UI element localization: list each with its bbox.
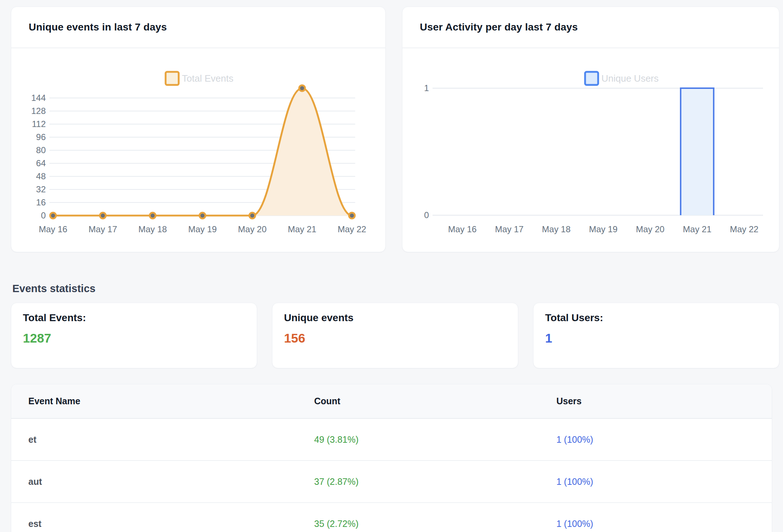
stat-label: Unique events: [284, 311, 507, 325]
data-point-marker[interactable]: [150, 213, 155, 218]
y-tick-label: 144: [31, 93, 46, 103]
unique-users-bar-chart[interactable]: 01May 16May 17May 18May 19May 20May 21Ma…: [402, 68, 779, 241]
chart-legend[interactable]: Unique Users: [585, 72, 659, 85]
event-name-cell: et: [11, 418, 297, 461]
x-tick-label: May 22: [338, 224, 366, 234]
table-header-row: Event NameCountUsers: [11, 384, 772, 418]
data-point-marker[interactable]: [200, 213, 206, 218]
stat-card-total-users: Total Users: 1: [533, 303, 779, 368]
x-tick-label: May 21: [288, 224, 316, 234]
stat-card-unique-events: Unique events 156: [272, 303, 518, 368]
y-tick-label: 80: [36, 145, 46, 155]
column-header-event-name: Event Name: [11, 384, 297, 418]
events-table: Event NameCountUsers et49 (3.81%)1 (100%…: [11, 384, 772, 532]
y-tick-label: 96: [36, 132, 46, 142]
chart-legend[interactable]: Total Events: [166, 72, 234, 85]
stat-label: Total Events:: [23, 311, 246, 325]
column-header-count: Count: [297, 384, 539, 418]
y-tick-label: 1: [424, 83, 429, 93]
area-fill: [53, 88, 352, 216]
unique-events-chart-title: Unique events in last 7 days: [11, 7, 385, 48]
x-tick-label: May 19: [188, 224, 217, 234]
count-cell: 37 (2.87%): [297, 461, 539, 503]
x-tick-label: May 22: [730, 224, 759, 234]
event-name-cell: aut: [11, 461, 297, 503]
data-point-marker[interactable]: [249, 213, 255, 218]
total-events-line-chart[interactable]: 0163248648096112128144May 16May 17May 18…: [11, 68, 385, 241]
data-point-marker[interactable]: [50, 213, 56, 218]
y-tick-label: 112: [32, 119, 46, 129]
y-tick-label: 0: [41, 210, 46, 220]
charts-row: Unique events in last 7 days 01632486480…: [11, 7, 772, 252]
events-table-card: Event NameCountUsers et49 (3.81%)1 (100%…: [11, 384, 772, 532]
table-row: aut37 (2.87%)1 (100%): [11, 461, 772, 503]
analytics-dashboard-page: { "page": { "background": "#f6f7f9" }, "…: [0, 0, 783, 532]
bar[interactable]: [681, 89, 713, 215]
legend-box: [166, 72, 179, 85]
stat-label: Total Users:: [545, 311, 768, 325]
stat-card-total-events: Total Events: 1287: [11, 303, 257, 368]
stat-value: 1287: [23, 330, 246, 347]
y-tick-label: 32: [36, 184, 46, 194]
x-tick-label: May 16: [39, 224, 68, 234]
x-tick-label: May 19: [589, 224, 618, 234]
data-point-marker[interactable]: [100, 213, 106, 218]
events-table-header: Event NameCountUsers: [11, 384, 772, 418]
x-tick-label: May 18: [138, 224, 167, 234]
y-tick-label: 64: [36, 158, 46, 168]
legend-box: [585, 72, 598, 85]
count-cell: 35 (2.72%): [297, 503, 539, 532]
user-activity-chart-title: User Activity per day last 7 days: [402, 7, 779, 48]
y-tick-label: 0: [424, 210, 429, 220]
x-tick-label: May 21: [683, 224, 711, 234]
column-header-users: Users: [539, 384, 772, 418]
event-name-cell: est: [11, 503, 297, 532]
x-tick-label: May 20: [636, 224, 665, 234]
stats-row: Total Events: 1287 Unique events 156 Tot…: [11, 303, 772, 368]
y-tick-label: 128: [31, 106, 46, 116]
x-tick-label: May 16: [448, 224, 477, 234]
users-cell: 1 (100%): [539, 503, 772, 532]
x-tick-label: May 18: [542, 224, 571, 234]
legend-label: Total Events: [182, 73, 234, 84]
count-cell: 49 (3.81%): [297, 418, 539, 461]
stat-value: 156: [284, 330, 507, 347]
x-tick-label: May 17: [89, 224, 117, 234]
table-row: est35 (2.72%)1 (100%): [11, 503, 772, 532]
stat-value: 1: [545, 330, 768, 347]
y-tick-label: 48: [36, 171, 46, 181]
data-point-marker[interactable]: [299, 85, 305, 91]
data-point-marker[interactable]: [349, 213, 355, 218]
user-activity-chart-card: User Activity per day last 7 days 01May …: [402, 7, 779, 252]
y-tick-label: 16: [36, 197, 46, 207]
unique-events-chart-card: Unique events in last 7 days 01632486480…: [11, 7, 386, 252]
table-row: et49 (3.81%)1 (100%): [11, 418, 772, 461]
users-cell: 1 (100%): [539, 461, 772, 503]
legend-label: Unique Users: [601, 73, 659, 84]
x-tick-label: May 17: [495, 224, 524, 234]
users-cell: 1 (100%): [539, 418, 772, 461]
events-statistics-heading: Events statistics: [12, 281, 772, 296]
x-tick-label: May 20: [238, 224, 267, 234]
